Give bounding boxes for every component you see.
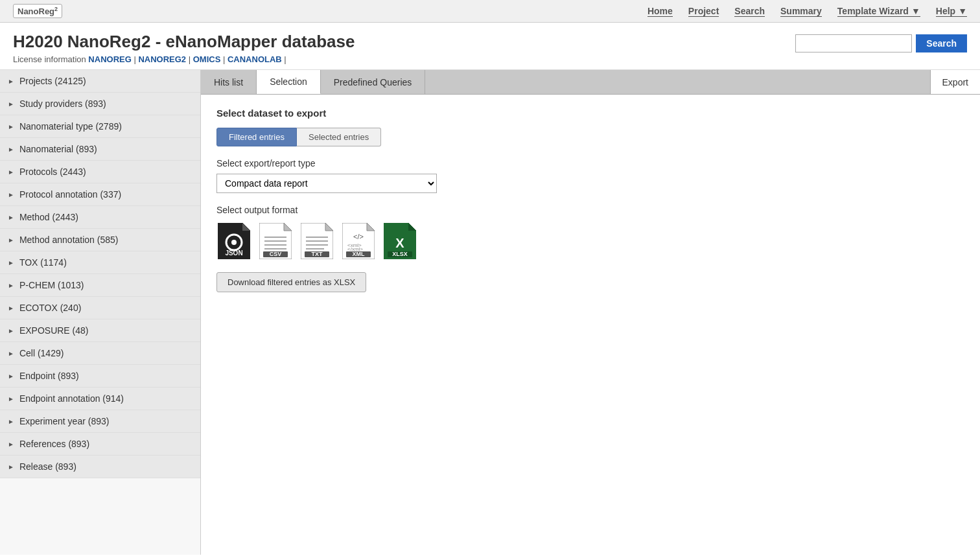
sidebar-item-label: Release (893) [19, 461, 76, 472]
export-panel: Select dataset to export Filtered entrie… [201, 95, 980, 305]
format-csv-button[interactable]: CSV [258, 220, 293, 259]
sidebar-item-label: TOX (1174) [19, 257, 67, 268]
nav-template-wizard[interactable]: Template Wizard ▼ [837, 6, 920, 17]
report-type-label: Select export/report type [216, 158, 964, 168]
nav-links: Home Project Search Summary Template Wiz… [648, 6, 967, 17]
nav-search[interactable]: Search [734, 6, 765, 17]
svg-marker-14 [325, 223, 333, 231]
dataset-button-group: Filtered entries Selected entries [216, 128, 964, 146]
chevron-right-icon: ► [8, 214, 14, 221]
sidebar-item-label: Study providers (893) [19, 98, 106, 109]
format-txt-button[interactable]: TXT [299, 220, 334, 259]
chevron-right-icon: ► [8, 146, 14, 153]
sidebar-item-references[interactable]: ► References (893) [0, 433, 200, 456]
sidebar-item-exposure[interactable]: ► EXPOSURE (48) [0, 319, 200, 342]
sidebar-item-protocol-annotation[interactable]: ► Protocol annotation (337) [0, 183, 200, 206]
sidebar-item-label: EXPOSURE (48) [19, 325, 89, 336]
sidebar-item-tox[interactable]: ► TOX (1174) [0, 251, 200, 274]
svg-marker-1 [242, 223, 250, 231]
tab-predefined-queries[interactable]: Predefined Queries [321, 70, 426, 94]
sidebar-item-projects[interactable]: ► Projects (24125) [0, 70, 200, 93]
nav-home[interactable]: Home [648, 6, 673, 17]
sidebar-item-label: P-CHEM (1013) [19, 280, 84, 290]
sidebar-item-pchem[interactable]: ► P-CHEM (1013) [0, 274, 200, 297]
sidebar-item-release[interactable]: ► Release (893) [0, 456, 200, 478]
header: H2020 NanoReg2 - eNanoMapper database Li… [0, 23, 980, 70]
nav-project[interactable]: Project [688, 6, 719, 17]
chevron-right-icon: ► [8, 100, 14, 108]
sidebar-item-protocols[interactable]: ► Protocols (2443) [0, 161, 200, 183]
output-format-label: Select output format [216, 205, 964, 215]
export-button[interactable]: Export [930, 70, 980, 94]
tab-hits-list[interactable]: Hits list [201, 70, 257, 94]
page-title: H2020 NanoReg2 - eNanoMapper database [13, 32, 355, 52]
download-button[interactable]: Download filtered entries as XLSX [216, 272, 366, 292]
sidebar-item-label: Protocol annotation (337) [19, 189, 121, 200]
format-xlsx-button[interactable]: X XLSX [382, 220, 417, 259]
sidebar-item-nanomaterial[interactable]: ► Nanomaterial (893) [0, 138, 200, 161]
chevron-right-icon: ► [8, 237, 14, 244]
nav-summary[interactable]: Summary [780, 6, 822, 17]
chevron-right-icon: ► [8, 418, 14, 425]
sidebar-item-label: Nanomaterial type (2789) [19, 121, 122, 132]
svg-text:TXT: TXT [312, 251, 323, 257]
chevron-right-icon: ► [8, 350, 14, 357]
license-omics[interactable]: OMICS [193, 54, 221, 64]
filtered-entries-button[interactable]: Filtered entries [216, 128, 297, 146]
sidebar-item-label: Experiment year (893) [19, 416, 110, 426]
sidebar-item-label: Cell (1429) [19, 348, 64, 358]
selected-entries-button[interactable]: Selected entries [297, 128, 381, 146]
license-nanoreg2[interactable]: NANOREG2 [138, 54, 186, 64]
sidebar-item-label: ECOTOX (240) [19, 303, 81, 313]
sidebar-item-label: References (893) [19, 439, 89, 449]
license-nanoreg[interactable]: NANOREG [88, 54, 131, 64]
svg-text:JSON: JSON [225, 249, 242, 257]
sidebar-item-endpoint-annotation[interactable]: ► Endpoint annotation (914) [0, 388, 200, 410]
license-cananolab[interactable]: CANANOLAB [228, 54, 282, 64]
sidebar: ► Projects (24125) ► Study providers (89… [0, 70, 201, 555]
chevron-right-icon: ► [8, 463, 14, 470]
nav-help[interactable]: Help ▼ [936, 6, 967, 17]
license-info: License information NANOREG | NANOREG2 |… [13, 54, 355, 64]
chevron-right-icon: ► [8, 373, 14, 380]
report-type-select[interactable]: Compact data report Full data report Sum… [216, 174, 437, 193]
chevron-right-icon: ► [8, 259, 14, 266]
sidebar-item-method[interactable]: ► Method (2443) [0, 206, 200, 229]
logo: NanoReg2 [13, 4, 62, 18]
format-xml-button[interactable]: </> <xml> </xml> XML [341, 220, 376, 259]
sidebar-item-label: Endpoint annotation (914) [19, 393, 124, 404]
sidebar-item-label: Nanomaterial (893) [19, 144, 97, 154]
chevron-right-icon: ► [8, 327, 14, 334]
main-layout: ► Projects (24125) ► Study providers (89… [0, 70, 980, 555]
chevron-right-icon: ► [8, 191, 14, 198]
content-area: Hits list Selection Predefined Queries E… [201, 70, 980, 555]
sidebar-item-label: Endpoint (893) [19, 371, 79, 381]
tab-selection[interactable]: Selection [257, 70, 321, 94]
sidebar-item-cell[interactable]: ► Cell (1429) [0, 342, 200, 365]
sidebar-item-study-providers[interactable]: ► Study providers (893) [0, 93, 200, 115]
chevron-right-icon: ► [8, 123, 14, 130]
chevron-right-icon: ► [8, 395, 14, 402]
format-json-button[interactable]: JSON [216, 220, 251, 259]
chevron-right-icon: ► [8, 305, 14, 312]
search-input[interactable] [795, 34, 912, 52]
svg-marker-22 [367, 223, 375, 231]
search-button[interactable]: Search [916, 34, 967, 52]
format-icons-group: JSON CSV [216, 220, 964, 259]
svg-text:XML: XML [353, 251, 366, 257]
chevron-right-icon: ► [8, 441, 14, 448]
header-right: Search [795, 34, 967, 52]
sidebar-item-ecotox[interactable]: ► ECOTOX (240) [0, 297, 200, 319]
sidebar-item-nanomaterial-type[interactable]: ► Nanomaterial type (2789) [0, 115, 200, 138]
chevron-right-icon: ► [8, 168, 14, 176]
svg-point-3 [231, 240, 237, 245]
tabs-bar: Hits list Selection Predefined Queries E… [201, 70, 980, 95]
svg-text:CSV: CSV [270, 251, 282, 257]
sidebar-item-experiment-year[interactable]: ► Experiment year (893) [0, 410, 200, 433]
sidebar-item-endpoint[interactable]: ► Endpoint (893) [0, 365, 200, 388]
top-navigation: NanoReg2 Home Project Search Summary Tem… [0, 0, 980, 23]
sidebar-item-label: Method annotation (585) [19, 235, 119, 245]
sidebar-item-method-annotation[interactable]: ► Method annotation (585) [0, 229, 200, 251]
svg-marker-6 [284, 223, 292, 231]
header-left: H2020 NanoReg2 - eNanoMapper database Li… [13, 32, 355, 64]
